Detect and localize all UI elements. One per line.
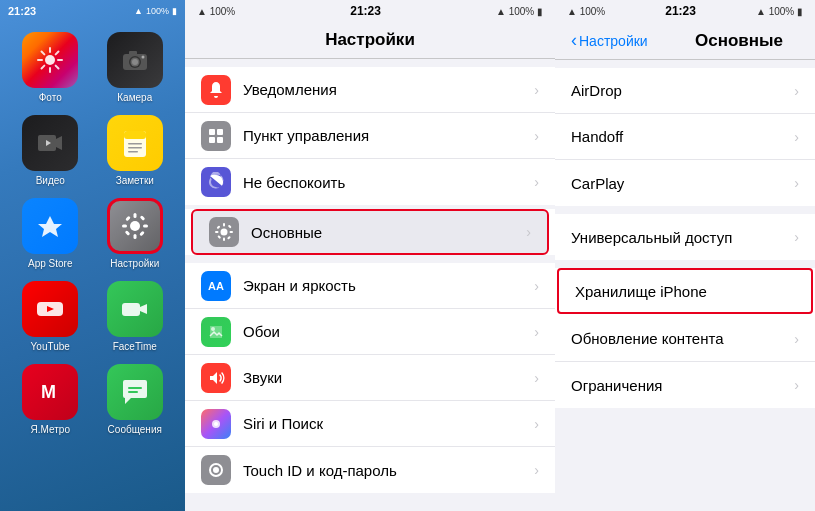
app-img-metro: М: [22, 364, 78, 420]
settings-row-display[interactable]: AA Экран и яркость ›: [185, 263, 555, 309]
svg-rect-50: [217, 235, 221, 239]
svg-rect-30: [124, 230, 130, 236]
right-row-content[interactable]: Обновление контента ›: [555, 316, 815, 362]
svg-text:М: М: [41, 382, 56, 402]
app-img-facetime: [107, 281, 163, 337]
general-label: Основные: [251, 224, 526, 241]
signal-right: ▲ 100%: [567, 6, 605, 17]
svg-rect-42: [217, 137, 223, 143]
right-row-airdrop[interactable]: AirDrop ›: [555, 68, 815, 114]
wallpaper-chevron: ›: [534, 324, 539, 340]
battery-label-left: 100%: [146, 6, 169, 16]
dnd-icon: [201, 167, 231, 197]
handoff-label: Handoff: [571, 128, 794, 145]
app-icon-settings[interactable]: Настройки: [99, 198, 172, 269]
right-row-carplay[interactable]: CarPlay ›: [555, 160, 815, 206]
wallpaper-icon: [201, 317, 231, 347]
restrictions-label: Ограничения: [571, 377, 794, 394]
app-label-facetime: FaceTime: [113, 341, 157, 352]
svg-rect-20: [128, 143, 142, 145]
notifications-chevron: ›: [534, 82, 539, 98]
svg-rect-49: [227, 236, 231, 240]
right-row-restrictions[interactable]: Ограничения ›: [555, 362, 815, 408]
right-section-2: Универсальный доступ ›: [555, 214, 815, 260]
right-row-universal[interactable]: Универсальный доступ ›: [555, 214, 815, 260]
general-icon: [209, 217, 239, 247]
airdrop-label: AirDrop: [571, 82, 794, 99]
right-row-handoff[interactable]: Handoff ›: [555, 114, 815, 160]
content-chevron: ›: [794, 331, 799, 347]
settings-row-touchid[interactable]: Touch ID и код-пароль ›: [185, 447, 555, 493]
status-icons-left: ▲ 100% ▮: [134, 6, 177, 16]
svg-rect-1: [49, 47, 51, 53]
svg-rect-26: [122, 225, 127, 228]
svg-rect-8: [40, 50, 46, 56]
siri-label: Siri и Поиск: [243, 415, 534, 432]
svg-rect-37: [128, 387, 142, 389]
app-icon-notes[interactable]: Заметки: [99, 115, 172, 186]
svg-marker-35: [140, 304, 147, 314]
svg-rect-45: [223, 238, 225, 242]
svg-rect-7: [37, 59, 43, 61]
app-icon-youtube[interactable]: YouTube: [14, 281, 87, 352]
touchid-icon: [201, 455, 231, 485]
settings-section-2: Основные ›: [185, 209, 555, 255]
sounds-label: Звуки: [243, 369, 534, 386]
carplay-label: CarPlay: [571, 175, 794, 192]
svg-rect-34: [122, 303, 140, 316]
back-chevron: ‹: [571, 30, 577, 51]
app-img-youtube: [22, 281, 78, 337]
svg-point-54: [214, 422, 218, 426]
siri-chevron: ›: [534, 416, 539, 432]
display-chevron: ›: [534, 278, 539, 294]
handoff-chevron: ›: [794, 129, 799, 145]
svg-rect-31: [139, 215, 145, 221]
right-section-3: Хранилище iPhone Обновление контента › О…: [555, 268, 815, 408]
app-label-messages: Сообщения: [108, 424, 162, 435]
status-bar-left: 21:23 ▲ 100% ▮: [0, 0, 185, 22]
svg-point-12: [132, 59, 138, 65]
display-label: Экран и яркость: [243, 277, 534, 294]
app-img-video: [22, 115, 78, 171]
controlcenter-icon: [201, 121, 231, 151]
app-icon-appstore[interactable]: App Store: [14, 198, 87, 269]
app-icon-facetime[interactable]: FaceTime: [99, 281, 172, 352]
svg-rect-29: [139, 231, 145, 237]
settings-row-siri[interactable]: Siri и Поиск ›: [185, 401, 555, 447]
svg-rect-40: [217, 129, 223, 135]
app-icon-camera[interactable]: Камера: [99, 32, 172, 103]
controlcenter-label: Пункт управления: [243, 127, 534, 144]
controlcenter-chevron: ›: [534, 128, 539, 144]
settings-row-general[interactable]: Основные ›: [191, 209, 549, 255]
settings-row-controlcenter[interactable]: Пункт управления ›: [185, 113, 555, 159]
svg-rect-39: [209, 129, 215, 135]
settings-row-dnd[interactable]: Не беспокоить ›: [185, 159, 555, 205]
app-icon-video[interactable]: Видео: [14, 115, 87, 186]
notifications-icon: [201, 75, 231, 105]
dnd-label: Не беспокоить: [243, 174, 534, 191]
settings-row-notifications[interactable]: Уведомления ›: [185, 67, 555, 113]
app-icon-metro[interactable]: М Я.Метро: [14, 364, 87, 435]
app-icon-messages[interactable]: Сообщения: [99, 364, 172, 435]
universal-chevron: ›: [794, 229, 799, 245]
battery-right: ▲ 100% ▮: [756, 6, 803, 17]
svg-rect-5: [49, 67, 51, 73]
restrictions-chevron: ›: [794, 377, 799, 393]
svg-rect-48: [217, 225, 221, 229]
app-label-youtube: YouTube: [31, 341, 70, 352]
back-button[interactable]: ‹ Настройки: [571, 30, 648, 51]
svg-rect-19: [124, 131, 146, 139]
svg-rect-44: [223, 223, 225, 227]
svg-rect-51: [228, 225, 232, 229]
svg-rect-38: [128, 391, 138, 393]
right-row-storage[interactable]: Хранилище iPhone: [557, 268, 813, 314]
app-label-appstore: App Store: [28, 258, 72, 269]
svg-rect-21: [128, 147, 142, 149]
time-left: 21:23: [8, 5, 36, 17]
time-mid: 21:23: [350, 4, 381, 18]
settings-row-wallpaper[interactable]: Обои ›: [185, 309, 555, 355]
app-icon-photos[interactable]: Фото: [14, 32, 87, 103]
settings-row-sounds[interactable]: Звуки ›: [185, 355, 555, 401]
page-title-mid: Настройки: [201, 30, 539, 50]
app-label-photos: Фото: [39, 92, 62, 103]
